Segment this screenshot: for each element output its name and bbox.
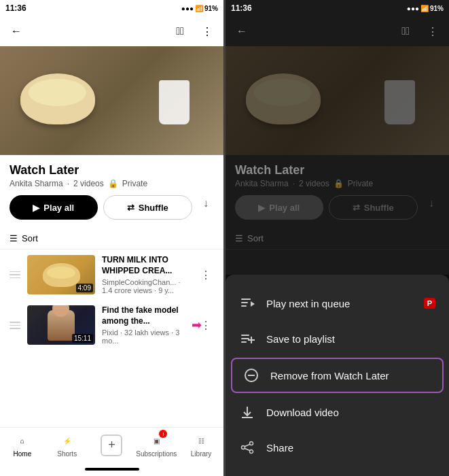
svg-rect-1	[241, 302, 248, 303]
back-button[interactable]: ←	[8, 23, 24, 39]
svg-rect-6	[241, 341, 247, 343]
sort-bar: ☰ Sort	[0, 228, 223, 250]
video-item-2[interactable]: 15:11 Find the fake model among the... P…	[0, 300, 223, 350]
more-options-icon[interactable]: ⋮	[199, 23, 215, 39]
menu-item-play-next[interactable]: Play next in queue P	[226, 286, 449, 321]
right-hero-image	[226, 46, 449, 155]
remove-circle-icon	[243, 367, 259, 384]
playlist-author: Ankita Sharma	[10, 179, 63, 188]
right-food-bowl	[246, 73, 321, 124]
svg-line-16	[245, 445, 250, 447]
right-playlist-author: Ankita Sharma	[235, 179, 289, 188]
playlist-meta: Ankita Sharma · 2 videos 🔒 Private	[10, 179, 214, 188]
right-back-button[interactable]: ←	[234, 23, 250, 39]
nav-home[interactable]: ⌂ Home	[0, 432, 45, 458]
shuffle-button[interactable]: ⇄ Shuffle	[103, 195, 193, 220]
left-time: 11:36	[5, 3, 26, 13]
download-playlist-button[interactable]: ↓	[198, 195, 214, 211]
right-sort-label: Sort	[247, 233, 264, 243]
milk-glass-decoration	[159, 80, 190, 124]
left-phone-panel: 11:36 ●●● 📶 91% ← ▶⃞ ⋮ Watch Later Ankit…	[0, 0, 224, 476]
video-thumb-2: 15:11	[27, 305, 95, 345]
nav-shorts-label: Shorts	[57, 450, 77, 458]
right-time: 11:36	[231, 3, 252, 13]
playlist-actions: ▶ Play all ⇄ Shuffle ↓	[10, 195, 214, 220]
nav-action-icons: ▶⃞ ⋮	[172, 23, 215, 39]
left-home-bar	[85, 468, 139, 471]
video-info-2: Find the fake model among the... Pixid ·…	[102, 305, 191, 345]
video-list: 4:09 TURN MILK INTO WHIPPED CREA... Simp…	[0, 250, 223, 427]
queue-icon	[239, 295, 255, 311]
right-more-options-icon[interactable]: ⋮	[425, 23, 441, 39]
hero-image	[0, 46, 223, 155]
left-home-indicator	[0, 462, 223, 476]
svg-rect-4	[241, 335, 249, 336]
menu-remove-watch-later-label: Remove from Watch Later	[270, 370, 431, 381]
menu-item-download[interactable]: Download video	[226, 394, 449, 430]
sort-label: Sort	[22, 233, 38, 243]
playlist-title: Watch Later	[10, 163, 214, 177]
menu-save-playlist-label: Save to playlist	[266, 333, 435, 345]
right-video-count: 2 videos	[299, 179, 329, 188]
play-icon: ▶	[33, 203, 39, 213]
video-title-1: TURN MILK INTO WHIPPED CREA...	[102, 255, 191, 276]
right-privacy-label: Private	[348, 179, 373, 188]
right-sort-icon: ☰	[235, 233, 243, 243]
menu-item-save-playlist[interactable]: Save to playlist	[226, 321, 449, 356]
food-bowl-decoration	[20, 73, 95, 124]
nav-add[interactable]: +	[90, 435, 134, 456]
playlist-add-icon	[239, 330, 255, 347]
video-duration-2: 15:11	[72, 334, 93, 343]
menu-share-label: Share	[266, 442, 435, 454]
right-phone-panel: 11:36 ●●● 📶 91% ← ▶⃞ ⋮ Watch Later Ankit…	[226, 0, 449, 476]
video-info-1: TURN MILK INTO WHIPPED CREA... SimpleCoo…	[102, 255, 191, 294]
right-playlist-info: Watch Later Ankita Sharma · 2 videos 🔒 P…	[226, 155, 449, 228]
right-download-button: ↓	[423, 195, 439, 211]
svg-rect-2	[241, 305, 247, 307]
nav-shorts[interactable]: ⚡ Shorts	[45, 432, 90, 458]
share-icon	[239, 439, 255, 456]
nav-subscriptions-label: Subscriptions	[136, 450, 177, 458]
nav-subscriptions[interactable]: ▣ ! Subscriptions	[134, 432, 179, 458]
video-title-2: Find the fake model among the...	[102, 305, 191, 326]
video-more-1[interactable]: ⋮	[198, 267, 214, 283]
bottom-nav: ⌂ Home ⚡ Shorts + ▣ ! Subscriptions ☷ Li…	[0, 427, 223, 462]
right-play-all-button: ▶ Play all	[235, 195, 323, 220]
drag-handle-2	[10, 322, 20, 329]
download-icon	[239, 404, 255, 420]
right-shuffle-icon: ⇄	[353, 203, 360, 213]
right-status-bar: 11:36 ●●● 📶 91%	[226, 0, 449, 16]
premium-badge: P	[424, 298, 435, 309]
svg-point-14	[242, 446, 245, 449]
menu-item-remove-watch-later[interactable]: Remove from Watch Later	[231, 358, 444, 393]
right-nav-action-icons: ▶⃞ ⋮	[397, 23, 441, 39]
subscriptions-icon: ▣ !	[148, 432, 164, 449]
left-status-icons: ●●● 📶 91%	[181, 5, 218, 12]
video-count: 2 videos	[73, 179, 104, 188]
video-meta-2: Pixid · 32 lakh views · 3 mo...	[102, 328, 191, 345]
thumb-bowl-decoration	[43, 263, 80, 287]
nav-home-label: Home	[14, 450, 32, 458]
right-cast-icon[interactable]: ▶⃞	[397, 23, 414, 39]
thumb-person-decoration	[48, 310, 75, 341]
add-icon: +	[101, 435, 122, 456]
svg-point-15	[250, 450, 253, 454]
drag-handle-1	[10, 271, 20, 279]
video-item-1[interactable]: 4:09 TURN MILK INTO WHIPPED CREA... Simp…	[0, 250, 223, 300]
video-duration-1: 4:09	[76, 284, 93, 292]
svg-rect-5	[241, 338, 249, 339]
play-all-button[interactable]: ▶ Play all	[10, 195, 98, 220]
shorts-icon: ⚡	[59, 432, 75, 449]
menu-item-share[interactable]: Share	[226, 430, 449, 465]
nav-library[interactable]: ☷ Library	[179, 432, 223, 458]
right-status-icons: ●●● 📶 91%	[407, 5, 444, 12]
left-top-nav: ← ▶⃞ ⋮	[0, 16, 223, 46]
cast-icon[interactable]: ▶⃞	[172, 23, 188, 39]
svg-rect-0	[241, 299, 251, 300]
playlist-info: Watch Later Ankita Sharma · 2 videos 🔒 P…	[0, 155, 223, 228]
nav-library-label: Library	[191, 450, 212, 458]
video-meta-1: SimpleCookingChan... · 1.4 crore views ·…	[102, 278, 191, 294]
context-menu-overlay: Play next in queue P Save to playlist	[226, 275, 449, 476]
shuffle-icon: ⇄	[127, 203, 134, 213]
right-playlist-actions: ▶ Play all ⇄ Shuffle ↓	[235, 195, 439, 220]
